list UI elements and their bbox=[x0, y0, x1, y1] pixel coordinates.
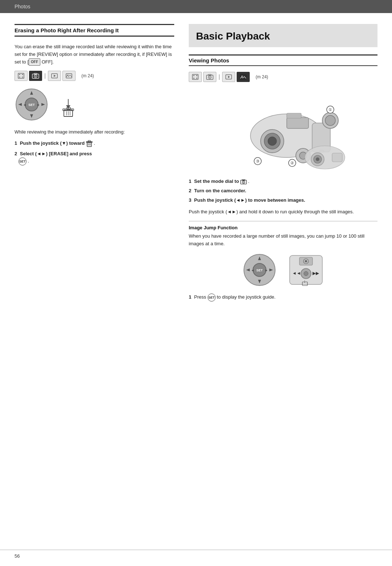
left-diagrams-row: SET ◄ ► bbox=[15, 87, 174, 123]
mode-icon-camera-active bbox=[29, 71, 42, 81]
left-mode-cluster: | bbox=[15, 71, 75, 81]
press-set-text-2: to display the joystick guide. bbox=[217, 294, 275, 300]
right-mode-icon-photo-active bbox=[237, 72, 250, 82]
svg-rect-26 bbox=[67, 107, 70, 109]
left-section-title-box: Erasing a Photo Right After Recording It bbox=[15, 24, 174, 37]
camera-svg: ① ② ③ bbox=[214, 89, 352, 172]
svg-rect-66 bbox=[287, 113, 301, 118]
svg-point-56 bbox=[325, 115, 335, 126]
svg-text:↓: ↓ bbox=[303, 279, 306, 284]
set-button-inline-2: SET bbox=[19, 157, 26, 165]
left-mode-ref: (m 24) bbox=[81, 73, 94, 78]
right-steps-list: 1 Set the mode dial to . 2 Turn on the c… bbox=[189, 178, 377, 204]
basic-playback-header: Basic Playback bbox=[189, 24, 377, 47]
viewing-photos-title: Viewing Photos bbox=[189, 57, 377, 63]
right-mode-cluster: | bbox=[189, 72, 250, 82]
left-column: Erasing a Photo Right After Recording It… bbox=[15, 24, 174, 307]
set-button-circle-bottom: SET bbox=[208, 294, 216, 302]
svg-rect-1 bbox=[19, 74, 20, 75]
svg-point-88 bbox=[305, 260, 307, 262]
right-step-1-text: Set the mode dial to bbox=[194, 179, 240, 184]
right-mode-icon-row: | (m 24) bbox=[189, 72, 377, 82]
step-num-1: 1 bbox=[15, 140, 17, 146]
press-set-step-num: 1 bbox=[189, 294, 191, 300]
svg-point-43 bbox=[209, 77, 211, 78]
viewing-photos-title-bar: Viewing Photos bbox=[189, 54, 377, 66]
svg-marker-10 bbox=[54, 75, 56, 77]
svg-point-52 bbox=[268, 137, 277, 145]
svg-rect-2 bbox=[22, 74, 23, 75]
joystick-guide-row: SET ◄ ► ◄◄ bbox=[189, 253, 377, 288]
step-2-period: . bbox=[26, 159, 29, 164]
mode-icon-play bbox=[48, 71, 61, 81]
svg-point-91 bbox=[304, 271, 308, 276]
top-bar: Photos bbox=[0, 0, 392, 13]
left-mode-icon-row: | (m 24) bbox=[15, 71, 174, 81]
right-mode-ref: (m 24) bbox=[256, 74, 268, 79]
mode-icon-film bbox=[15, 71, 28, 81]
svg-text:►: ► bbox=[37, 103, 40, 107]
left-caption: While reviewing the image immediately af… bbox=[15, 129, 174, 136]
left-step-1: 1 Push the joystick (▼) toward . bbox=[15, 140, 174, 147]
camera-inline-icon bbox=[240, 179, 247, 185]
svg-point-70 bbox=[316, 157, 319, 161]
svg-text:◄: ◄ bbox=[23, 103, 26, 107]
trash-inline-icon bbox=[86, 140, 93, 147]
svg-text:②: ② bbox=[290, 161, 294, 165]
svg-rect-37 bbox=[193, 75, 195, 76]
right-step-3: 3 Push the joystick (◄►) to move between… bbox=[189, 197, 377, 204]
svg-rect-38 bbox=[196, 75, 197, 76]
mode-separator-1: | bbox=[44, 73, 46, 79]
svg-point-48 bbox=[242, 76, 243, 77]
svg-marker-46 bbox=[228, 76, 230, 78]
image-jump-title: Image Jump Function bbox=[189, 225, 377, 230]
svg-text:③: ③ bbox=[256, 159, 260, 163]
left-step-2: 2 Select (◄►) [ERASE] and press SET . bbox=[15, 150, 174, 166]
bottom-rule bbox=[0, 550, 392, 550]
step-1-period: . bbox=[94, 140, 95, 146]
content-area: Erasing a Photo Right After Recording It… bbox=[0, 13, 392, 321]
svg-text:①: ① bbox=[328, 107, 332, 112]
svg-text:SET: SET bbox=[256, 268, 263, 272]
camera-diagram: ① ② ③ bbox=[189, 89, 377, 172]
bottom-joystick-svg: SET ◄ ► bbox=[242, 253, 277, 287]
right-step-num-3: 3 bbox=[189, 197, 191, 203]
svg-rect-54 bbox=[287, 118, 309, 128]
mode-icon-photo-play bbox=[62, 71, 75, 81]
svg-point-74 bbox=[243, 181, 244, 182]
page-number: 56 bbox=[15, 553, 20, 559]
right-step-1-period: . bbox=[248, 179, 250, 184]
trash-svg bbox=[61, 94, 81, 117]
svg-rect-39 bbox=[193, 78, 195, 79]
bottom-joystick-diagram: SET ◄ ► bbox=[242, 253, 277, 288]
step-2-text: Select (◄►) [ERASE] and press bbox=[20, 151, 92, 156]
right-mode-separator-1: | bbox=[219, 74, 220, 80]
right-step-num-1: 1 bbox=[189, 179, 191, 184]
right-mode-icon-film bbox=[189, 72, 202, 82]
svg-text:SET: SET bbox=[28, 103, 35, 107]
left-section-title: Erasing a Photo Right After Recording It bbox=[15, 27, 174, 33]
svg-point-7 bbox=[35, 76, 36, 77]
right-mode-icon-play bbox=[222, 72, 235, 82]
trash-icon-diagram bbox=[60, 93, 82, 118]
svg-text:▶▶: ▶▶ bbox=[313, 271, 319, 276]
right-column: Basic Playback Viewing Photos | bbox=[189, 24, 377, 307]
nav-control-box: ◄◄ ▶▶ ↓ bbox=[288, 254, 324, 287]
top-bar-title: Photos bbox=[15, 4, 30, 9]
joystick-svg: SET ◄ ► bbox=[15, 87, 49, 122]
svg-text:►: ► bbox=[265, 268, 268, 272]
left-steps-list: 1 Push the joystick (▼) toward . 2 Sele bbox=[15, 140, 174, 166]
off-icon: OFF bbox=[29, 58, 40, 66]
main-title: Basic Playback bbox=[196, 30, 370, 42]
right-step-1: 1 Set the mode dial to . bbox=[189, 178, 377, 185]
right-mode-icon-camera bbox=[203, 72, 216, 82]
step-1-text: Push the joystick (▼) toward bbox=[20, 140, 86, 146]
left-body-paragraph: You can erase the still image recorded l… bbox=[15, 43, 174, 66]
svg-rect-71 bbox=[332, 153, 342, 162]
svg-rect-47 bbox=[240, 75, 246, 79]
svg-text:◄: ◄ bbox=[251, 268, 254, 272]
right-step-3-text: Push the joystick (◄►) to move between i… bbox=[194, 197, 305, 203]
svg-text:◄◄: ◄◄ bbox=[292, 271, 301, 276]
svg-rect-40 bbox=[196, 78, 197, 79]
image-jump-rule bbox=[189, 221, 377, 221]
